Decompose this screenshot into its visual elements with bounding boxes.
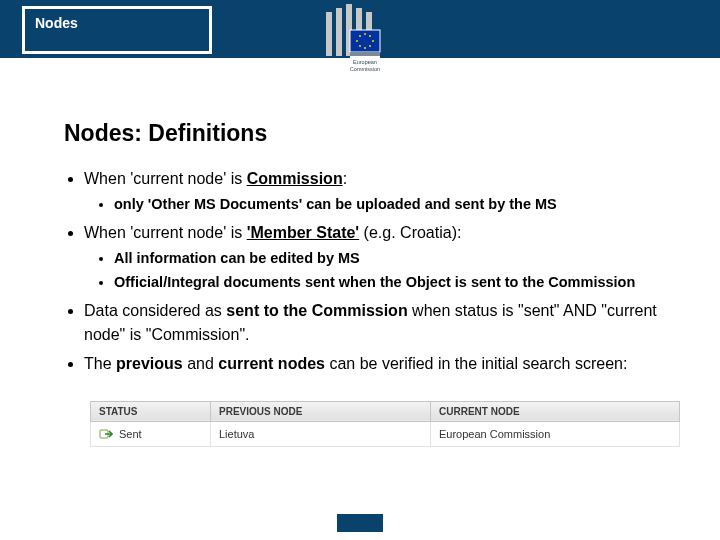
text: When 'current node' is: [84, 170, 247, 187]
sub-bullet: All information can be edited by MS: [114, 248, 692, 269]
text-bold: current nodes: [218, 355, 325, 372]
sublist-2: All information can be edited by MS Offi…: [84, 248, 692, 293]
bullet-2: When 'current node' is 'Member State' (e…: [84, 221, 692, 293]
footer-accent-bar: [337, 514, 383, 532]
text: When 'current node' is: [84, 224, 247, 241]
svg-point-12: [359, 45, 361, 47]
svg-rect-1: [326, 12, 332, 56]
cell-status-text: Sent: [119, 428, 142, 440]
col-status: STATUS: [91, 401, 211, 421]
col-curr-node: CURRENT NODE: [431, 401, 680, 421]
table-header-row: STATUS PREVIOUS NODE CURRENT NODE: [91, 401, 680, 421]
bullet-1: When 'current node' is Commission: only …: [84, 167, 692, 215]
ec-logo: European Commission: [320, 0, 400, 90]
svg-text:Commission: Commission: [350, 66, 380, 72]
ec-logo-graphic: European Commission: [320, 0, 400, 90]
svg-rect-2: [336, 8, 342, 56]
sub-bullet: only 'Other MS Documents' can be uploade…: [114, 194, 692, 215]
cell-curr-node: European Commission: [431, 421, 680, 446]
col-prev-node: PREVIOUS NODE: [211, 401, 431, 421]
svg-point-14: [359, 35, 361, 37]
svg-point-8: [369, 35, 371, 37]
text: (e.g. Croatia):: [359, 224, 461, 241]
text: Data considered as: [84, 302, 226, 319]
slide-heading: Nodes: Definitions: [64, 120, 692, 147]
text-bold: sent to the Commission: [226, 302, 407, 319]
header-title-box: Nodes: [22, 6, 212, 54]
header-bar: Nodes: [0, 0, 720, 58]
status-table: STATUS PREVIOUS NODE CURRENT NODE Sent: [90, 401, 680, 447]
bullet-4: The previous and current nodes can be ve…: [84, 352, 692, 375]
text: and: [183, 355, 219, 372]
bullet-list: When 'current node' is Commission: only …: [30, 167, 692, 375]
cell-status: Sent: [91, 421, 211, 446]
svg-point-9: [372, 40, 374, 42]
text: can be verified in the initial search sc…: [325, 355, 627, 372]
svg-point-10: [369, 45, 371, 47]
text-bold: previous: [116, 355, 183, 372]
text-commission: Commission: [247, 170, 343, 187]
svg-text:European: European: [353, 59, 377, 65]
text-member-state: 'Member State': [247, 224, 360, 241]
svg-point-11: [364, 47, 366, 49]
svg-rect-16: [350, 52, 380, 56]
sublist-1: only 'Other MS Documents' can be uploade…: [84, 194, 692, 215]
text: The: [84, 355, 116, 372]
slide-content: Nodes: Definitions When 'current node' i…: [0, 58, 720, 447]
sub-bullet: Official/Integral documents sent when th…: [114, 272, 692, 293]
cell-prev-node: Lietuva: [211, 421, 431, 446]
bullet-3: Data considered as sent to the Commissio…: [84, 299, 692, 345]
sent-icon: [99, 427, 113, 441]
table-row: Sent Lietuva European Commission: [91, 421, 680, 446]
text: :: [343, 170, 347, 187]
svg-point-13: [356, 40, 358, 42]
header-title-text: Nodes: [35, 15, 78, 31]
svg-point-7: [364, 33, 366, 35]
